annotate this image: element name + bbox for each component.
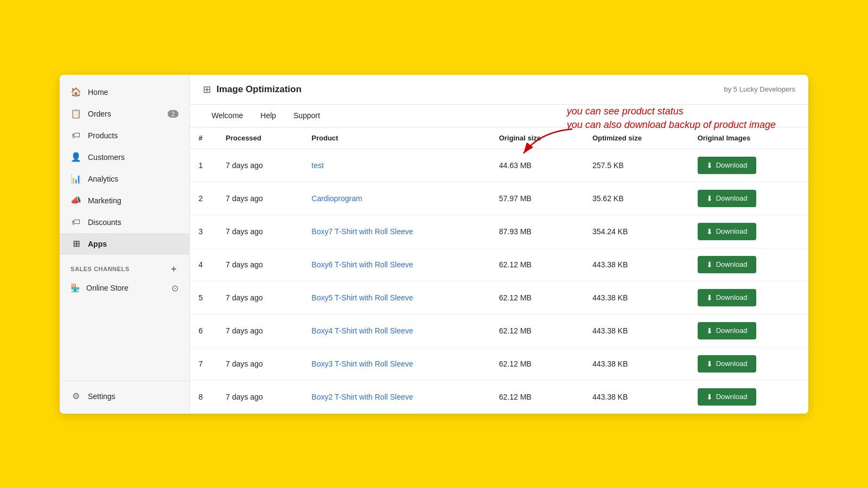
sidebar-item-orders[interactable]: 📋 Orders 2 bbox=[60, 103, 189, 125]
download-icon-5: ⬇ bbox=[706, 326, 713, 335]
sidebar-item-label-analytics: Analytics bbox=[88, 175, 118, 183]
product-link-2[interactable]: Boxy7 T-Shirt with Roll Sleeve bbox=[311, 227, 413, 236]
row-original-size-5: 62.12 MB bbox=[490, 314, 584, 347]
row-num-0: 1 bbox=[190, 149, 217, 182]
row-processed-6: 7 days ago bbox=[217, 347, 303, 380]
row-product-2[interactable]: Boxy7 T-Shirt with Roll Sleeve bbox=[303, 215, 490, 248]
customers-icon: 👤 bbox=[71, 152, 81, 163]
table-row: 8 7 days ago Boxy2 T-Shirt with Roll Sle… bbox=[190, 380, 808, 413]
row-num-4: 5 bbox=[190, 281, 217, 314]
product-link-6[interactable]: Boxy3 T-Shirt with Roll Sleeve bbox=[311, 359, 413, 368]
sidebar-item-analytics[interactable]: 📊 Analytics bbox=[60, 168, 189, 190]
download-button-7[interactable]: ⬇ Download bbox=[698, 388, 756, 406]
sidebar-item-marketing[interactable]: 📣 Marketing bbox=[60, 190, 189, 211]
download-button-5[interactable]: ⬇ Download bbox=[698, 322, 756, 339]
sales-channels-label: SALES CHANNELS bbox=[71, 266, 130, 272]
col-header-#: # bbox=[190, 127, 217, 149]
settings-icon: ⚙ bbox=[71, 391, 81, 402]
by-developer-text: by 5 Lucky Developers bbox=[724, 85, 795, 93]
product-link-7[interactable]: Boxy2 T-Shirt with Roll Sleeve bbox=[311, 393, 413, 401]
discounts-icon: 🏷 bbox=[71, 217, 81, 228]
sidebar-item-home[interactable]: 🏠 Home bbox=[60, 81, 189, 103]
row-optimized-size-3: 443.38 KB bbox=[584, 248, 689, 281]
tab-help[interactable]: Help bbox=[252, 105, 285, 127]
sidebar-item-discounts[interactable]: 🏷 Discounts bbox=[60, 211, 189, 233]
download-label-2: Download bbox=[716, 227, 748, 235]
analytics-icon: 📊 bbox=[71, 174, 81, 184]
online-store-icon: 🏪 bbox=[71, 284, 80, 292]
sidebar-item-customers[interactable]: 👤 Customers bbox=[60, 146, 189, 168]
row-optimized-size-2: 354.24 KB bbox=[584, 215, 689, 248]
sidebar-item-label-customers: Customers bbox=[88, 153, 125, 162]
sidebar-item-online-store[interactable]: 🏪 Online Store ⊙ bbox=[60, 278, 189, 298]
badge-orders: 2 bbox=[168, 110, 178, 118]
product-link-5[interactable]: Boxy4 T-Shirt with Roll Sleeve bbox=[311, 326, 413, 335]
download-button-2[interactable]: ⬇ Download bbox=[698, 223, 756, 240]
product-link-4[interactable]: Boxy5 T-Shirt with Roll Sleeve bbox=[311, 293, 413, 302]
sidebar-channel-label-online-store: Online Store bbox=[86, 284, 129, 292]
orders-icon: 📋 bbox=[71, 108, 81, 119]
tab-welcome[interactable]: Welcome bbox=[203, 105, 252, 127]
download-button-1[interactable]: ⬇ Download bbox=[698, 190, 756, 207]
products-table: #ProcessedProductOriginal sizeOptimized … bbox=[190, 127, 808, 414]
download-icon-2: ⬇ bbox=[706, 227, 713, 236]
sidebar-item-apps[interactable]: ⊞ Apps bbox=[60, 233, 189, 255]
sidebar-item-label-products: Products bbox=[88, 131, 118, 140]
download-icon-6: ⬇ bbox=[706, 359, 713, 368]
products-icon: 🏷 bbox=[71, 130, 81, 141]
sidebar-settings-label: Settings bbox=[88, 392, 116, 401]
table-container: #ProcessedProductOriginal sizeOptimized … bbox=[190, 127, 808, 414]
page-title: Image Optimization bbox=[216, 84, 302, 95]
row-download-cell-7: ⬇ Download bbox=[689, 380, 808, 413]
row-optimized-size-7: 443.38 KB bbox=[584, 380, 689, 413]
row-product-0[interactable]: test bbox=[303, 149, 490, 182]
col-header-product: Product bbox=[303, 127, 490, 149]
row-product-1[interactable]: Cardioprogram bbox=[303, 182, 490, 215]
download-button-0[interactable]: ⬇ Download bbox=[698, 157, 756, 174]
table-row: 2 7 days ago Cardioprogram 57.97 MB 35.6… bbox=[190, 182, 808, 215]
sidebar-item-settings[interactable]: ⚙ Settings bbox=[60, 386, 189, 407]
row-download-cell-4: ⬇ Download bbox=[689, 281, 808, 314]
settings-section: ⚙ Settings bbox=[60, 381, 189, 407]
sidebar-item-label-discounts: Discounts bbox=[88, 218, 121, 227]
row-original-size-0: 44.63 MB bbox=[490, 149, 584, 182]
product-link-3[interactable]: Boxy6 T-Shirt with Roll Sleeve bbox=[311, 260, 413, 269]
marketing-icon: 📣 bbox=[71, 195, 81, 206]
download-label-1: Download bbox=[716, 194, 748, 202]
add-sales-channel-icon[interactable]: ＋ bbox=[169, 264, 178, 275]
row-original-size-4: 62.12 MB bbox=[490, 281, 584, 314]
col-header-optimized-size: Optimized size bbox=[584, 127, 689, 149]
row-original-size-1: 57.97 MB bbox=[490, 182, 584, 215]
sidebar-item-products[interactable]: 🏷 Products bbox=[60, 125, 189, 146]
row-optimized-size-5: 443.38 KB bbox=[584, 314, 689, 347]
row-product-3[interactable]: Boxy6 T-Shirt with Roll Sleeve bbox=[303, 248, 490, 281]
row-download-cell-6: ⬇ Download bbox=[689, 347, 808, 380]
row-product-5[interactable]: Boxy4 T-Shirt with Roll Sleeve bbox=[303, 314, 490, 347]
main-content: ⊞ Image Optimization by 5 Lucky Develope… bbox=[190, 75, 808, 414]
settings-sub-icon[interactable]: ⊙ bbox=[171, 283, 178, 293]
table-row: 7 7 days ago Boxy3 T-Shirt with Roll Sle… bbox=[190, 347, 808, 380]
download-label-5: Download bbox=[716, 326, 748, 335]
row-num-6: 7 bbox=[190, 347, 217, 380]
row-product-6[interactable]: Boxy3 T-Shirt with Roll Sleeve bbox=[303, 347, 490, 380]
row-num-2: 3 bbox=[190, 215, 217, 248]
download-button-6[interactable]: ⬇ Download bbox=[698, 355, 756, 373]
download-icon-4: ⬇ bbox=[706, 293, 713, 302]
page-icon: ⊞ bbox=[203, 84, 211, 95]
nav-tabs: WelcomeHelpSupport bbox=[190, 105, 808, 127]
row-optimized-size-0: 257.5 KB bbox=[584, 149, 689, 182]
product-link-0[interactable]: test bbox=[311, 161, 324, 170]
download-icon-0: ⬇ bbox=[706, 161, 713, 170]
product-link-1[interactable]: Cardioprogram bbox=[311, 194, 362, 203]
row-product-7[interactable]: Boxy2 T-Shirt with Roll Sleeve bbox=[303, 380, 490, 413]
download-button-4[interactable]: ⬇ Download bbox=[698, 289, 756, 306]
sidebar-item-label-apps: Apps bbox=[88, 240, 107, 248]
table-row: 6 7 days ago Boxy4 T-Shirt with Roll Sle… bbox=[190, 314, 808, 347]
page-title-area: ⊞ Image Optimization bbox=[203, 84, 302, 95]
download-button-3[interactable]: ⬇ Download bbox=[698, 256, 756, 273]
download-label-4: Download bbox=[716, 293, 748, 301]
row-original-size-3: 62.12 MB bbox=[490, 248, 584, 281]
sidebar-item-label-marketing: Marketing bbox=[88, 196, 121, 205]
row-product-4[interactable]: Boxy5 T-Shirt with Roll Sleeve bbox=[303, 281, 490, 314]
tab-support[interactable]: Support bbox=[285, 105, 329, 127]
